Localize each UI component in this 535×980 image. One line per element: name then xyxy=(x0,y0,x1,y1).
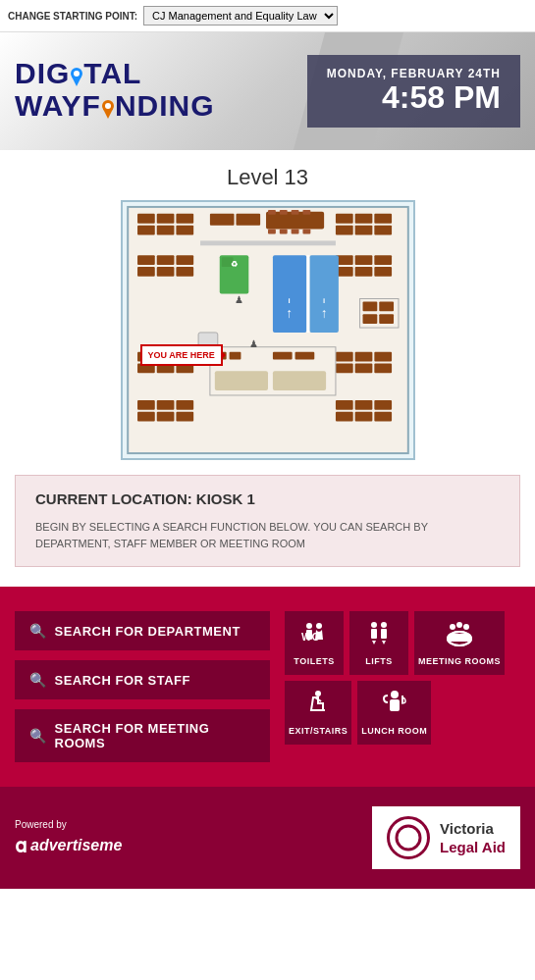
svg-rect-29 xyxy=(291,230,298,234)
svg-rect-13 xyxy=(176,226,193,235)
svg-rect-85 xyxy=(335,412,352,422)
toilets-icon: WC xyxy=(299,619,329,652)
exit-stairs-icon xyxy=(303,689,333,722)
search-staff-icon: 🔍 xyxy=(29,672,47,688)
date-display: MONDAY, FEBRUARY 24TH xyxy=(327,67,501,80)
logo-nding: NDING xyxy=(115,89,215,122)
svg-rect-36 xyxy=(176,267,193,277)
svg-point-109 xyxy=(315,691,321,696)
svg-marker-102 xyxy=(382,641,386,645)
svg-rect-81 xyxy=(156,412,174,422)
lifts-icon xyxy=(364,619,394,652)
toilets-button[interactable]: WC TOILETS xyxy=(285,611,344,675)
svg-rect-12 xyxy=(176,214,193,224)
search-dept-icon: 🔍 xyxy=(29,623,47,639)
advertiseme-text: advertiseme xyxy=(30,837,122,854)
svg-rect-98 xyxy=(371,629,377,639)
orange-pin-icon xyxy=(101,99,115,124)
svg-rect-11 xyxy=(156,226,174,235)
svg-rect-68 xyxy=(354,363,372,373)
svg-rect-114 xyxy=(397,826,420,850)
amenity-row1: WC TOILETS xyxy=(285,611,505,675)
svg-rect-83 xyxy=(176,412,193,422)
meeting-rooms-label: MEETING ROOMS xyxy=(418,656,501,667)
svg-rect-35 xyxy=(176,255,193,265)
search-meeting-label: SEARCH FOR MEETING ROOMS xyxy=(55,721,256,750)
svg-rect-86 xyxy=(354,400,372,410)
info-instructions: BEGIN BY SELECTING A SEARCH FUNCTION BEL… xyxy=(35,519,500,551)
svg-point-96 xyxy=(316,623,322,629)
svg-text:♻: ♻ xyxy=(231,260,238,269)
search-buttons-col: 🔍 SEARCH FOR DEPARTMENT 🔍 SEARCH FOR STA… xyxy=(15,611,270,762)
svg-rect-17 xyxy=(335,226,352,235)
search-department-label: SEARCH FOR DEPARTMENT xyxy=(55,624,241,639)
svg-point-97 xyxy=(371,622,377,628)
vla-legal-aid: Legal Aid xyxy=(440,838,506,857)
advertiseme-logo: ɑ advertiseme xyxy=(15,834,122,857)
svg-rect-69 xyxy=(374,352,392,362)
svg-rect-100 xyxy=(381,629,387,639)
vla-icon xyxy=(387,816,430,859)
svg-rect-41 xyxy=(374,255,392,265)
svg-rect-80 xyxy=(156,400,174,410)
vla-text: Victoria Legal Aid xyxy=(440,819,506,857)
search-meeting-button[interactable]: 🔍 SEARCH FOR MEETING ROOMS xyxy=(15,709,270,762)
advertiseme-script-icon: ɑ xyxy=(15,834,27,857)
svg-rect-112 xyxy=(390,699,400,711)
search-department-button[interactable]: 🔍 SEARCH FOR DEPARTMENT xyxy=(15,611,270,650)
lunch-room-button[interactable]: LUNCH ROOM xyxy=(357,681,431,745)
svg-rect-89 xyxy=(374,412,392,422)
svg-marker-5 xyxy=(103,109,113,119)
svg-point-1 xyxy=(74,71,80,77)
svg-point-94 xyxy=(306,623,312,629)
vla-logo: Victoria Legal Aid xyxy=(372,806,520,869)
exit-stairs-button[interactable]: EXIT/STAIRS xyxy=(285,681,351,745)
svg-rect-26 xyxy=(302,210,310,215)
svg-rect-67 xyxy=(354,352,372,362)
starting-point-select[interactable]: CJ Management and Equality Law Kiosk 1 R… xyxy=(143,6,338,26)
svg-rect-84 xyxy=(335,400,352,410)
svg-point-103 xyxy=(450,624,455,630)
logo-di: DIG xyxy=(15,57,70,89)
lifts-button[interactable]: LIFTS xyxy=(349,611,408,675)
svg-rect-31 xyxy=(137,255,155,265)
svg-rect-25 xyxy=(291,210,298,215)
lunch-room-icon xyxy=(380,689,409,722)
svg-rect-34 xyxy=(156,267,174,277)
current-location: CURRENT LOCATION: KIOSK 1 xyxy=(35,490,500,507)
svg-rect-51 xyxy=(306,255,309,333)
svg-rect-77 xyxy=(272,371,325,390)
meeting-rooms-button[interactable]: MEETING ROOMS xyxy=(414,611,505,675)
search-staff-button[interactable]: 🔍 SEARCH FOR STAFF xyxy=(15,660,270,699)
svg-rect-113 xyxy=(401,696,403,703)
svg-marker-2 xyxy=(72,77,81,86)
svg-rect-28 xyxy=(279,230,287,234)
starting-point-label: CHANGE STARTING POINT: xyxy=(8,11,137,22)
location-pin-icon xyxy=(70,67,83,91)
svg-rect-66 xyxy=(335,363,352,373)
svg-rect-43 xyxy=(200,240,336,245)
svg-rect-55 xyxy=(362,301,377,311)
svg-rect-74 xyxy=(272,352,292,360)
amenity-row2: EXIT/STAIRS LUNCH ROOM xyxy=(285,681,505,745)
search-grid-row: 🔍 SEARCH FOR DEPARTMENT 🔍 SEARCH FOR STA… xyxy=(15,611,520,762)
vla-victoria: Victoria xyxy=(440,819,506,839)
svg-rect-56 xyxy=(379,301,394,311)
svg-rect-108 xyxy=(448,634,471,642)
floor-plan-svg: ♻ ↑ ↑ i i xyxy=(123,202,413,458)
time-display: 4:58 PM xyxy=(327,80,501,115)
you-are-here-label: YOU ARE HERE xyxy=(140,344,223,366)
svg-point-104 xyxy=(456,622,462,628)
svg-rect-79 xyxy=(137,412,155,422)
svg-rect-10 xyxy=(156,214,174,224)
search-section: 🔍 SEARCH FOR DEPARTMENT 🔍 SEARCH FOR STA… xyxy=(0,587,535,787)
svg-rect-16 xyxy=(335,214,352,224)
svg-rect-32 xyxy=(137,267,155,277)
svg-rect-57 xyxy=(362,314,377,324)
svg-text:↑: ↑ xyxy=(286,306,293,321)
logo-wayf: WAYF xyxy=(15,89,101,122)
svg-rect-33 xyxy=(156,255,174,265)
datetime-box: MONDAY, FEBRUARY 24TH 4:58 PM xyxy=(307,55,520,127)
svg-text:♟: ♟ xyxy=(234,294,242,305)
svg-rect-87 xyxy=(354,412,372,422)
